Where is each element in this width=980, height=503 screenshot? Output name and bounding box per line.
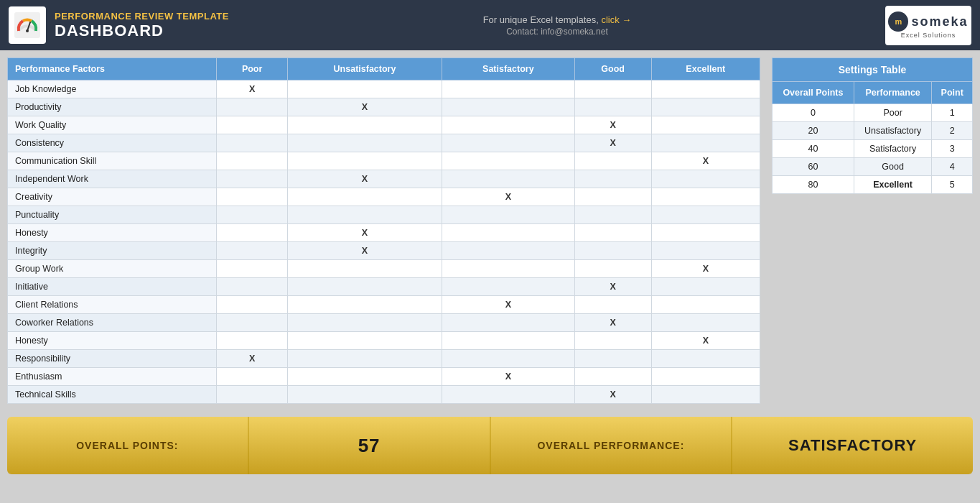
good-cell: X (574, 386, 651, 404)
good-cell (574, 170, 651, 188)
good-cell: X (574, 314, 651, 332)
sat-cell (442, 386, 575, 404)
settings-performance: Satisfactory (854, 140, 932, 158)
settings-point: 2 (932, 122, 973, 140)
overall-performance-value-section: Satisfactory (732, 417, 973, 474)
good-cell: X (574, 116, 651, 134)
factor-cell: Job Knowledge (8, 80, 217, 98)
excel-cell (651, 80, 760, 98)
col-header-factor: Performance Factors (8, 58, 217, 80)
excel-cell (651, 170, 760, 188)
good-cell (574, 98, 651, 116)
poor-cell (217, 98, 288, 116)
table-row: EnthusiasmX (8, 368, 760, 386)
unsat-cell (287, 206, 442, 224)
col-header-unsat: Unsatisfactory (287, 58, 442, 80)
header-main-title: DASHBOARD (55, 22, 229, 40)
poor-cell (217, 296, 288, 314)
excel-cell: X (651, 260, 760, 278)
logo-circle: m (888, 11, 908, 32)
settings-table: Settings Table Overall Points Performanc… (772, 57, 973, 194)
excel-cell (651, 206, 760, 224)
sat-cell: X (442, 296, 575, 314)
factor-cell: Consistency (8, 134, 217, 152)
factor-cell: Responsibility (8, 350, 217, 368)
unsat-cell (287, 260, 442, 278)
unsat-cell (287, 116, 442, 134)
table-row: Job KnowledgeX (8, 80, 760, 98)
sat-cell: X (442, 188, 575, 206)
unsat-cell (287, 368, 442, 386)
settings-performance: Excellent (854, 176, 932, 194)
table-row: Punctuality (8, 206, 760, 224)
sat-cell (442, 152, 575, 170)
table-row: Technical SkillsX (8, 386, 760, 404)
settings-row: 40Satisfactory3 (773, 140, 973, 158)
unsat-cell (287, 134, 442, 152)
poor-cell (217, 278, 288, 296)
overall-points-label: OVERALL POINTS: (76, 440, 178, 451)
unsat-cell (287, 386, 442, 404)
unsat-cell: X (287, 98, 442, 116)
unsat-cell: X (287, 170, 442, 188)
excel-cell (651, 98, 760, 116)
excel-cell: X (651, 152, 760, 170)
settings-container: Settings Table Overall Points Performanc… (772, 57, 973, 404)
unsat-cell (287, 332, 442, 350)
poor-cell (217, 314, 288, 332)
dashboard-icon (9, 6, 46, 44)
good-cell (574, 332, 651, 350)
excel-cell (651, 386, 760, 404)
good-cell (574, 152, 651, 170)
factor-cell: Punctuality (8, 206, 217, 224)
poor-cell (217, 332, 288, 350)
main-content: Performance Factors Poor Unsatisfactory … (0, 50, 980, 411)
sat-cell (442, 332, 575, 350)
settings-overall: 40 (773, 140, 854, 158)
col-header-poor: Poor (217, 58, 288, 80)
promo-link[interactable]: click → (601, 14, 631, 25)
factor-cell: Creativity (8, 188, 217, 206)
table-row: CreativityX (8, 188, 760, 206)
sat-cell (442, 206, 575, 224)
poor-cell: X (217, 80, 288, 98)
sat-cell (442, 260, 575, 278)
excel-cell (651, 368, 760, 386)
excel-cell (651, 350, 760, 368)
table-row: Communication SkillX (8, 152, 760, 170)
poor-cell: X (217, 350, 288, 368)
settings-overall: 80 (773, 176, 854, 194)
col-header-excel: Excellent (651, 58, 760, 80)
poor-cell (217, 134, 288, 152)
factor-cell: Honesty (8, 332, 217, 350)
good-cell: X (574, 278, 651, 296)
poor-cell (217, 206, 288, 224)
table-row: IntegrityX (8, 242, 760, 260)
good-cell (574, 368, 651, 386)
good-cell: X (574, 134, 651, 152)
poor-cell (217, 188, 288, 206)
header-subtitle: PERFORMANCE REVIEW TEMPLATE (55, 11, 229, 22)
performance-table-container: Performance Factors Poor Unsatisfactory … (7, 57, 760, 404)
poor-cell (217, 242, 288, 260)
header-contact: Contact: info@someka.net (483, 27, 632, 37)
good-cell (574, 206, 651, 224)
unsat-cell (287, 350, 442, 368)
excel-cell (651, 296, 760, 314)
header: PERFORMANCE REVIEW TEMPLATE DASHBOARD Fo… (0, 0, 980, 50)
unsat-cell (287, 296, 442, 314)
settings-col-point: Point (932, 82, 973, 104)
sat-cell (442, 98, 575, 116)
sat-cell (442, 80, 575, 98)
overall-points-section: OVERALL POINTS: (7, 417, 249, 474)
poor-cell (217, 386, 288, 404)
settings-overall: 0 (773, 104, 854, 122)
excel-cell (651, 188, 760, 206)
col-header-good: Good (574, 58, 651, 80)
sat-cell (442, 170, 575, 188)
sat-cell (442, 116, 575, 134)
unsat-cell (287, 188, 442, 206)
sat-cell (442, 242, 575, 260)
factor-cell: Work Quality (8, 116, 217, 134)
settings-title: Settings Table (773, 58, 973, 82)
